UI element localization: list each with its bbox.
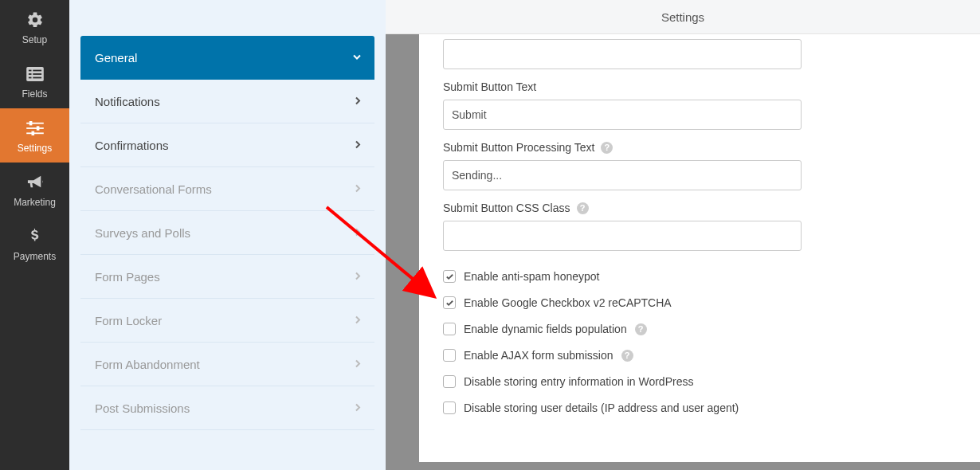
settings-nav-label: Conversational Forms [95,182,212,196]
help-icon[interactable]: ? [621,350,633,362]
settings-nav-notifications[interactable]: Notifications [80,80,374,123]
chevron-right-icon [354,167,362,211]
ajax-checkbox[interactable] [443,349,456,362]
svg-rect-11 [26,132,44,134]
settings-nav-label: Confirmations [95,139,169,152]
main-area: Settings Submit Button Text Submit Butto… [386,0,980,470]
submit-button-processing-text-input[interactable] [443,160,802,190]
svg-rect-7 [26,123,44,124]
settings-nav-conversational-forms[interactable]: Conversational Forms [80,167,374,211]
settings-nav-post-submissions[interactable]: Post Submissions [80,386,374,430]
chevron-right-icon [354,299,362,343]
content-panel: Submit Button Text Submit Button Process… [419,34,980,462]
sidebar-item-fields[interactable]: Fields [0,54,69,108]
primary-sidebar: Setup Fields Settings Marketing Payments [0,0,69,470]
recaptcha-label: Enable Google Checkbox v2 reCAPTCHA [464,296,672,309]
help-icon[interactable]: ? [635,323,647,335]
submit-button-css-class-input[interactable] [443,221,802,251]
settings-nav-confirmations[interactable]: Confirmations [80,123,374,167]
svg-rect-4 [33,73,41,75]
settings-nav-label: Form Locker [95,314,162,327]
help-icon[interactable]: ? [577,202,589,214]
list-icon [26,63,44,85]
dynamic-fields-label: Enable dynamic fields population [464,323,627,335]
chevron-right-icon [354,211,362,255]
settings-nav-label: Post Submissions [95,401,190,415]
settings-nav-general[interactable]: General [80,36,374,80]
submit-button-text-label: Submit Button Text [443,80,956,93]
disable-user-label: Disable storing user details (IP address… [464,401,739,414]
sidebar-item-marketing[interactable]: Marketing [0,163,69,217]
sidebar-item-setup[interactable]: Setup [0,0,69,54]
chevron-right-icon [354,123,362,167]
svg-rect-8 [29,121,32,125]
disable-entry-label: Disable storing entry information in Wor… [464,375,693,388]
page-title: Settings [661,10,704,24]
settings-nav-label: Notifications [95,95,160,108]
anti-spam-label: Enable anti-spam honeypot [464,270,599,283]
chevron-right-icon [354,255,362,299]
svg-rect-10 [36,126,39,130]
anti-spam-checkbox[interactable] [443,270,456,283]
sliders-icon [26,117,44,139]
settings-nav-surveys-and-polls[interactable]: Surveys and Polls [80,211,374,255]
settings-nav-label: Surveys and Polls [95,226,190,240]
settings-nav-label: Form Abandonment [95,358,200,371]
sidebar-label-settings: Settings [18,143,52,154]
sidebar-item-payments[interactable]: Payments [0,217,69,271]
help-icon[interactable]: ? [601,142,613,154]
svg-rect-5 [28,77,31,79]
header-bar: Settings [386,0,980,34]
dollar-icon [29,225,41,248]
settings-panel-sidebar: General Notifications Confirmations Conv… [69,0,386,470]
submit-button-css-class-label: Submit Button CSS Class [443,202,570,214]
chevron-right-icon [354,343,362,386]
svg-rect-6 [33,77,41,79]
bullhorn-icon [26,171,44,194]
svg-rect-3 [28,73,31,75]
chevron-right-icon [354,80,362,123]
settings-nav-form-abandonment[interactable]: Form Abandonment [80,343,374,386]
svg-rect-1 [28,70,31,72]
svg-rect-9 [26,127,44,129]
submit-button-text-input[interactable] [443,100,802,130]
disable-user-checkbox[interactable] [443,401,456,414]
chevron-down-icon [352,36,362,80]
submit-button-processing-text-label: Submit Button Processing Text [443,141,594,154]
ajax-label: Enable AJAX form submission [464,349,613,362]
settings-nav-form-pages[interactable]: Form Pages [80,255,374,299]
dynamic-fields-checkbox[interactable] [443,323,456,335]
recaptcha-checkbox[interactable] [443,296,456,309]
disable-entry-checkbox[interactable] [443,375,456,388]
settings-nav-form-locker[interactable]: Form Locker [80,299,374,343]
sidebar-label-fields: Fields [22,88,47,100]
prev-field-input[interactable] [443,39,802,69]
sidebar-label-marketing: Marketing [14,197,56,208]
gear-icon [26,9,44,31]
svg-rect-2 [33,70,41,72]
settings-nav-label: Form Pages [95,270,160,284]
chevron-right-icon [354,386,362,430]
sidebar-label-payments: Payments [14,251,56,262]
sidebar-label-setup: Setup [22,34,47,45]
sidebar-item-settings[interactable]: Settings [0,108,69,163]
svg-rect-12 [31,131,34,135]
settings-nav-label: General [95,51,137,65]
